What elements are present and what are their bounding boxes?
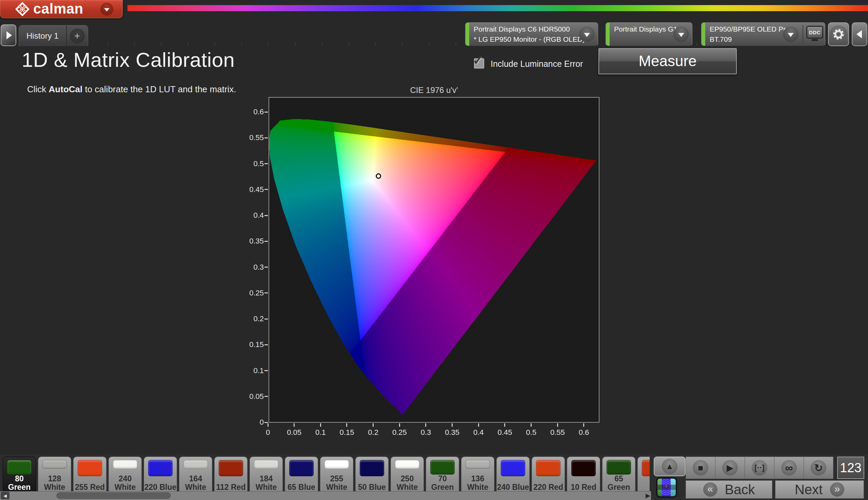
patch-label: 128 White	[38, 475, 71, 493]
patch-label-line1: 65 Blue	[285, 483, 318, 491]
monitor-stand	[812, 39, 818, 41]
display-connected-indicator	[702, 23, 705, 46]
patch-label-line1: 220 Red	[532, 483, 565, 491]
pattern-preview-thumbnail[interactable]	[656, 477, 678, 498]
pattern-patch-card[interactable]: 70 Green	[426, 457, 459, 494]
back-button[interactable]: « Back	[686, 480, 772, 499]
up-arrow-icon: ▲	[662, 458, 678, 474]
source-connected-indicator	[606, 23, 610, 46]
expand-right-icon	[7, 31, 12, 39]
y-tick	[265, 189, 268, 190]
play-button[interactable]: ▶	[715, 457, 745, 479]
y-tick-label: 0.35	[231, 237, 264, 246]
meter-name: Portrait Displays C6 HDR5000	[474, 24, 575, 34]
pattern-patch-card[interactable]: 220 Blue	[144, 457, 177, 494]
patch-label: 65 Green	[602, 475, 635, 493]
ddc-control-button[interactable]: DDC	[806, 26, 823, 43]
instruction-prefix: Click	[27, 84, 49, 94]
collapse-panel-button[interactable]	[852, 22, 867, 46]
y-tick	[265, 319, 268, 319]
logo-wordmark: calman	[33, 0, 83, 18]
patch-label-line2: White	[38, 483, 71, 491]
pattern-patch-card[interactable]: 255 White	[320, 457, 353, 494]
pattern-patch-card[interactable]: 16	[637, 457, 650, 494]
repeat-button[interactable]: ↻	[803, 457, 833, 479]
y-tick-label: 0.2	[231, 315, 264, 323]
patch-label: 255 White	[321, 475, 353, 493]
meter-dropdown-caret[interactable]	[579, 26, 595, 42]
pattern-patch-card[interactable]: 255 Red	[73, 457, 106, 494]
source-name: Portrait Displays G1	[614, 24, 670, 34]
stop-button[interactable]: ■	[686, 457, 715, 479]
pattern-patch-card[interactable]: 80 Green	[3, 457, 36, 494]
pattern-patch-card[interactable]: 65 Blue	[285, 457, 318, 494]
meter-dropdown[interactable]: Portrait Displays C6 HDR5000 * LG EP950 …	[465, 22, 598, 46]
pattern-patch-card[interactable]: 112 Red	[214, 457, 247, 494]
patch-label-line1: 136	[462, 475, 494, 483]
patch-label-line1: 255	[321, 475, 353, 483]
patch-color-swatch	[430, 460, 455, 475]
patch-label-line2: White	[180, 483, 212, 491]
back-chevrons-icon: «	[703, 482, 717, 497]
patch-label: 164 White	[180, 475, 212, 493]
y-tick	[265, 112, 268, 113]
patch-label-line1: 50 Blue	[356, 483, 388, 491]
pattern-patch-card[interactable]: 250 White	[391, 457, 424, 494]
scroll-left-button[interactable]: ◀	[1, 492, 10, 499]
continuous-button[interactable]: ∞	[774, 457, 804, 479]
patch-label-line1: 65 Green	[602, 475, 635, 491]
calman-logo-panel[interactable]: calman	[0, 0, 123, 18]
display-dropdown-caret[interactable]	[783, 26, 798, 42]
y-tick-label: 0.25	[231, 289, 264, 297]
display-dropdown[interactable]: EP950/BP95E OLED Pro BT.709 DDC	[701, 22, 825, 46]
play-icon: ▶	[722, 460, 738, 476]
source-dropdown-caret[interactable]	[673, 26, 689, 42]
workflow-expander-button[interactable]	[1, 24, 16, 46]
patch-label-line1: 255 Red	[73, 483, 106, 491]
patch-color-swatch	[7, 460, 32, 475]
include-luminance-label: Include Luminance Error	[490, 59, 583, 69]
pattern-patch-card[interactable]: 184 White	[250, 457, 283, 494]
patch-label-line1: 250	[391, 475, 424, 483]
patch-label-line2: White	[462, 483, 494, 491]
x-tick-label: 0.6	[568, 428, 600, 437]
pattern-patch-card[interactable]: 240 Blue	[496, 457, 530, 494]
pattern-patch-card[interactable]: 10 Red	[567, 457, 600, 494]
step-button[interactable]: [··]	[744, 457, 774, 479]
add-tab-button[interactable]: +	[66, 25, 88, 46]
y-tick-label: 0.5	[231, 159, 264, 168]
source-dropdown[interactable]: Portrait Displays G1	[605, 22, 692, 46]
chart-title: CIE 1976 u'v'	[268, 86, 600, 95]
x-tick	[320, 423, 321, 427]
x-tick	[478, 423, 479, 427]
patch-color-swatch	[78, 460, 102, 476]
y-tick	[265, 215, 268, 216]
page-title: 1D & Matrix Calibration	[22, 48, 235, 71]
pattern-patch-card[interactable]: 128 White	[38, 457, 71, 494]
plus-icon: +	[70, 29, 85, 43]
patch-color-swatch	[183, 460, 208, 469]
spectrum-strip	[127, 5, 868, 11]
x-tick	[583, 423, 584, 427]
patch-label: 250 White	[391, 475, 424, 493]
instruction-text: Click AutoCal to calibrate the 1D LUT an…	[27, 84, 236, 95]
pattern-window-expand-button[interactable]: ▲	[654, 457, 686, 476]
pattern-scrollbar-thumb[interactable]	[56, 492, 171, 499]
pattern-patch-card[interactable]: 240 White	[108, 457, 142, 494]
settings-button[interactable]	[828, 22, 849, 46]
patch-color-swatch	[324, 460, 349, 469]
y-tick-label: 0.55	[231, 133, 264, 142]
logo-menu-caret[interactable]	[100, 3, 113, 15]
tab-history-1[interactable]: History 1 +	[19, 25, 88, 46]
measure-button[interactable]: Measure	[599, 48, 737, 74]
patch-color-swatch	[501, 460, 525, 476]
pattern-patch-card[interactable]: 164 White	[179, 457, 212, 494]
pattern-patch-card[interactable]: 50 Blue	[355, 457, 389, 494]
patch-label: 70 Green	[426, 475, 459, 493]
next-button[interactable]: Next »	[775, 480, 864, 499]
step-icon: [··]	[752, 460, 767, 476]
patch-color-swatch	[289, 460, 314, 476]
pattern-patch-card[interactable]: 65 Green	[602, 457, 635, 494]
pattern-patch-card[interactable]: 220 Red	[532, 457, 565, 494]
pattern-patch-card[interactable]: 136 White	[461, 457, 494, 494]
